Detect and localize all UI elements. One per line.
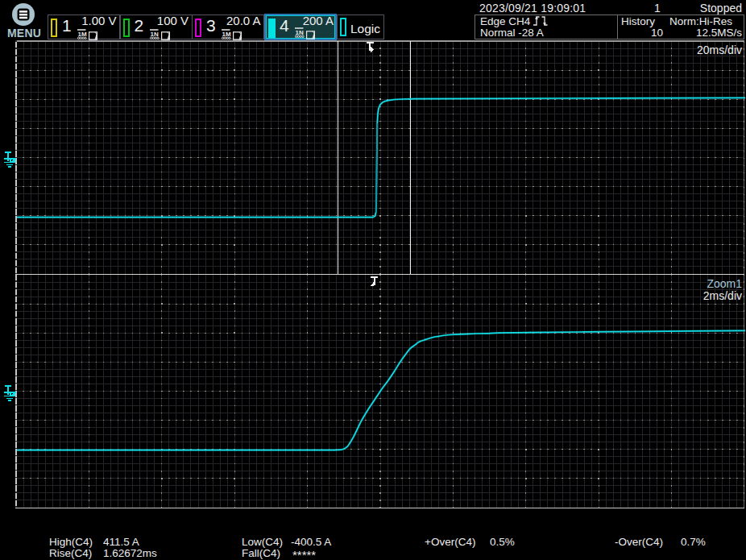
svg-text:Zoom1: Zoom1 — [707, 277, 742, 290]
svg-text:1N: 1N — [296, 29, 304, 36]
svg-text:2ms/div: 2ms/div — [703, 289, 742, 302]
svg-text:1M: 1M — [78, 31, 87, 38]
svg-text:20ms/div: 20ms/div — [697, 44, 742, 56]
svg-text:1M: 1M — [222, 31, 231, 38]
svg-text:1N: 1N — [150, 31, 158, 38]
